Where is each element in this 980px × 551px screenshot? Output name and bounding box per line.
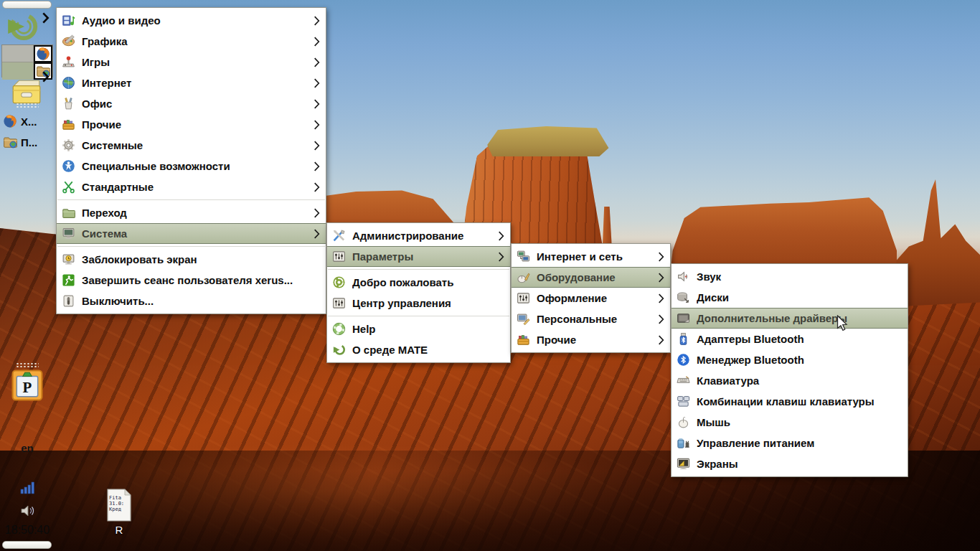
displays-icon: [677, 457, 690, 471]
menu-item-label: Клавиатура: [697, 375, 902, 387]
menu-item-personal[interactable]: Персональные: [512, 309, 670, 329]
toolbox-icon: [517, 333, 530, 347]
menu-item-label: Переход: [82, 207, 307, 219]
mouse-cursor: [837, 315, 850, 334]
menu-item-accessibility[interactable]: Специальные возможности: [57, 156, 326, 176]
menu-item-mouse[interactable]: Мышь: [672, 412, 908, 433]
menu-item-label: Оформление: [537, 292, 651, 304]
window-list-item-files[interactable]: П...: [3, 133, 55, 151]
submenu-arrow-icon: [658, 252, 664, 262]
pluma-launcher[interactable]: P: [11, 369, 43, 401]
submenu-arrow-icon: [314, 161, 320, 171]
main-menu-button[interactable]: [4, 9, 41, 44]
submenu-arrow-icon: [658, 293, 664, 303]
menu-item-displays[interactable]: Экраны: [672, 453, 908, 474]
menu-item-label: Завершить сеанс пользователя xerus...: [82, 274, 320, 286]
menu-item-games[interactable]: Игры: [57, 52, 326, 72]
submenu-arrow-icon: [498, 252, 504, 262]
mouse-icon: [677, 415, 690, 429]
admin-tools-icon: [332, 229, 346, 242]
menu-item-internet-network[interactable]: Интернет и сеть: [512, 246, 670, 267]
bluetooth-icon: [677, 353, 690, 367]
toolbox-icon: [62, 118, 75, 131]
menu-item-disks[interactable]: Диски: [672, 287, 908, 308]
menu-item-label: Интернет и сеть: [537, 250, 651, 263]
submenu-arrow-icon: [314, 99, 320, 109]
menu-item-other[interactable]: Прочие: [512, 329, 670, 350]
menu-item-label: Help: [352, 323, 504, 335]
help-ring-icon: [332, 322, 346, 336]
menu-item-power-management[interactable]: Управление питанием: [672, 433, 908, 453]
panel-hide-button-top[interactable]: [2, 1, 52, 9]
workspace-cell-1[interactable]: [2, 45, 34, 62]
mate-logo-icon: [4, 9, 41, 44]
menu-item-label: Адаптеры Bluetooth: [697, 333, 902, 345]
menu-item-label: Дополнительные драйверы: [697, 312, 902, 324]
menu-item-sound[interactable]: Звук: [672, 266, 908, 287]
menu-item-label: Система: [82, 227, 307, 240]
disks-icon: [677, 291, 690, 304]
menu-item-welcome[interactable]: Добро пожаловать: [327, 272, 510, 293]
menu-expander-arrow-icon[interactable]: [41, 12, 50, 24]
submenu-arrow-icon: [658, 314, 664, 324]
folder-icon: [62, 206, 75, 220]
menu-item-system-tools[interactable]: Системные: [57, 135, 326, 156]
joystick-icon: [62, 55, 75, 69]
window-list-item-firefox[interactable]: X...: [3, 113, 55, 130]
menu-item-audio-video[interactable]: Аудио и видео: [57, 10, 326, 31]
applet-handle[interactable]: [16, 362, 39, 368]
workspace-cell-2[interactable]: [34, 45, 52, 62]
menu-item-control-center[interactable]: Центр управления: [327, 293, 510, 314]
submenu-arrow-icon: [658, 335, 664, 345]
menu-item-system[interactable]: Система: [57, 223, 326, 244]
welcome-icon: [332, 276, 346, 289]
menu-item-keyboard[interactable]: Клавиатура: [672, 370, 908, 391]
menu-item-label: Специальные возможности: [82, 160, 307, 172]
clock[interactable]: 18:50:40: [0, 524, 55, 537]
menu-item-hardware[interactable]: Оборудование: [512, 267, 670, 288]
applet-handle[interactable]: [16, 103, 39, 108]
submenu-arrow-icon: [314, 57, 320, 67]
file-preview-text: Fita 31.0: Кред: [109, 495, 124, 512]
menu-item-label: Игры: [82, 56, 307, 68]
preferences-submenu: Интернет и сетьОборудованиеОформлениеПер…: [511, 243, 671, 353]
drivers-icon: [677, 311, 690, 325]
keyboard-layout-indicator[interactable]: en: [0, 442, 55, 454]
submenu-arrow-icon: [314, 16, 320, 26]
submenu-arrow-icon: [314, 78, 320, 88]
menu-item-other[interactable]: Прочие: [57, 114, 326, 135]
menu-item-help[interactable]: Help: [327, 319, 510, 339]
submenu-arrow-icon: [314, 37, 320, 47]
menu-item-label: Диски: [697, 291, 902, 303]
logout-icon: [62, 273, 75, 287]
menu-item-logout[interactable]: Завершить сеанс пользователя xerus...: [57, 270, 326, 291]
menu-item-about-mate[interactable]: О среде MATE: [327, 339, 510, 360]
office-icon: [62, 97, 75, 110]
menu-item-internet[interactable]: Интернет: [57, 72, 326, 93]
menu-item-bluetooth-manager[interactable]: Менеджер Bluetooth: [672, 349, 908, 370]
menu-item-bluetooth-adapters[interactable]: Адаптеры Bluetooth: [672, 329, 908, 349]
volume-icon[interactable]: [19, 502, 36, 519]
menu-item-administration[interactable]: Администрирование: [327, 225, 510, 246]
network-signal-icon[interactable]: [19, 479, 36, 496]
menu-item-accessories[interactable]: Стандартные: [57, 176, 326, 197]
menu-item-lock-screen[interactable]: Заблокировать экран: [57, 249, 326, 270]
menu-item-additional-drivers[interactable]: Дополнительные драйверы: [672, 308, 908, 329]
menu-separator: [327, 314, 510, 319]
kbd-shortcuts-icon: [677, 395, 690, 408]
menu-separator: [57, 244, 326, 249]
personal-icon: [517, 312, 530, 326]
desktop-file-icon[interactable]: Fita 31.0: Кред R: [98, 488, 141, 536]
menu-item-preferences[interactable]: Параметры: [327, 246, 510, 267]
menu-item-graphics[interactable]: Графика: [57, 31, 326, 52]
accessibility-icon: [62, 159, 75, 173]
menu-item-office[interactable]: Офис: [57, 93, 326, 114]
menu-item-places[interactable]: Переход: [57, 202, 326, 223]
globe-icon: [62, 76, 75, 90]
menu-item-label: Комбинации клавиш клавиатуры: [697, 395, 902, 408]
menu-item-keyboard-shortcuts[interactable]: Комбинации клавиш клавиатуры: [672, 391, 908, 412]
menu-item-look-and-feel[interactable]: Оформление: [512, 288, 670, 309]
panel-hide-button-bottom[interactable]: [2, 541, 52, 549]
menu-item-shutdown[interactable]: Выключить...: [57, 291, 326, 311]
text-file-icon: Fita 31.0: Кред: [105, 488, 133, 522]
